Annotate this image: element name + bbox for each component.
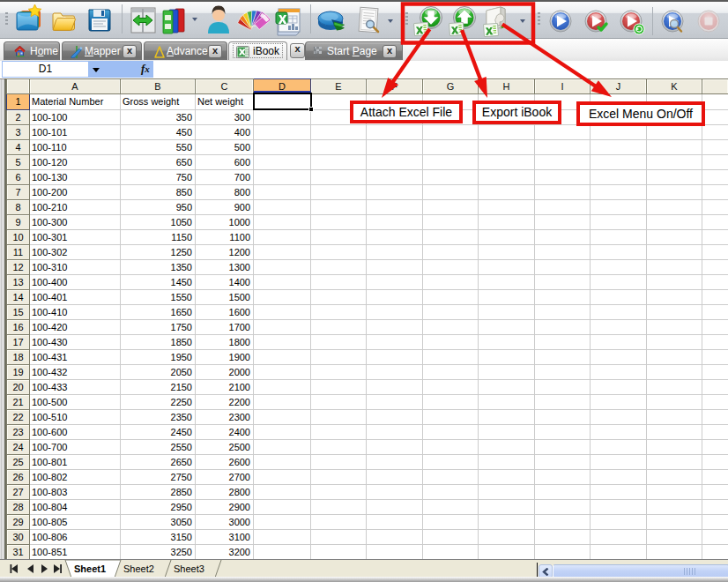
svg-text:Sheet1: Sheet1 (74, 563, 106, 574)
svg-text:Sheet3: Sheet3 (174, 563, 204, 574)
svg-text:Sheet2: Sheet2 (123, 563, 154, 574)
